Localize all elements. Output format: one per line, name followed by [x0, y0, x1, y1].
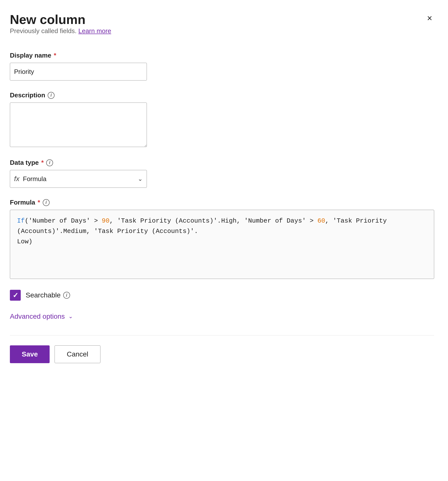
chevron-down-icon: ⌄ [138, 175, 143, 182]
close-button[interactable]: × [425, 12, 434, 25]
number-90: 90 [102, 217, 109, 225]
data-type-select[interactable]: fx Formula ⌄ [10, 170, 147, 188]
dialog-subtitle: Previously called fields. Learn more [10, 27, 111, 35]
close-icon: × [427, 14, 432, 23]
data-type-section: Data type * i fx Formula ⌄ [10, 159, 434, 188]
formula-label: Formula * i [10, 199, 434, 206]
display-name-input[interactable] [10, 63, 147, 81]
formula-info-icon[interactable]: i [43, 199, 50, 206]
searchable-checkbox[interactable]: ✓ [10, 290, 21, 301]
dialog-header: New column Previously called fields. Lea… [10, 12, 434, 50]
footer-divider [10, 335, 434, 335]
advanced-chevron-down-icon: ⌄ [68, 313, 73, 320]
description-textarea[interactable] [10, 103, 147, 147]
formula-section: Formula * i If('Number of Days' > 90, 'T… [10, 199, 434, 279]
required-star-formula: * [38, 199, 40, 206]
description-section: Description i [10, 91, 434, 148]
cancel-button[interactable]: Cancel [55, 345, 100, 363]
searchable-label: Searchable i [26, 291, 70, 299]
data-type-label: Data type * i [10, 159, 434, 167]
formula-editor[interactable]: If('Number of Days' > 90, 'Task Priority… [10, 210, 434, 279]
save-button[interactable]: Save [10, 345, 50, 363]
required-star-display-name: * [54, 52, 56, 59]
fx-icon: fx [14, 175, 19, 183]
if-keyword: If [17, 217, 25, 225]
searchable-row: ✓ Searchable i [10, 290, 434, 301]
data-type-value: Formula [23, 175, 138, 183]
searchable-info-icon[interactable]: i [63, 292, 70, 299]
advanced-options-label: Advanced options [10, 313, 65, 320]
dialog-title: New column [10, 12, 111, 27]
display-name-label: Display name * [10, 52, 434, 59]
learn-more-link[interactable]: Learn more [78, 27, 111, 35]
required-star-data-type: * [41, 159, 44, 167]
footer-buttons: Save Cancel [10, 345, 434, 363]
number-60: 60 [317, 217, 325, 225]
subtitle-text: Previously called fields. [10, 27, 77, 35]
advanced-options-row[interactable]: Advanced options ⌄ [10, 313, 434, 320]
checkmark-icon: ✓ [13, 291, 18, 299]
description-info-icon[interactable]: i [48, 92, 55, 99]
header-left: New column Previously called fields. Lea… [10, 12, 111, 50]
description-label: Description i [10, 91, 434, 99]
new-column-dialog: New column Previously called fields. Lea… [0, 0, 448, 481]
data-type-info-icon[interactable]: i [46, 159, 53, 166]
display-name-section: Display name * [10, 52, 434, 81]
formula-content: If('Number of Days' > 90, 'Task Priority… [17, 216, 427, 247]
